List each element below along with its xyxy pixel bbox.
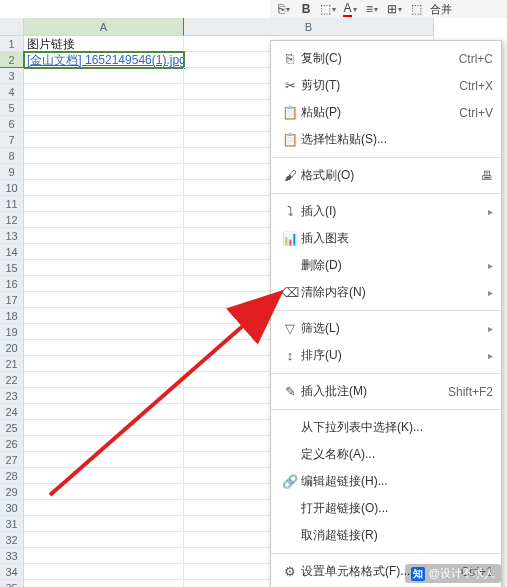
cell[interactable] xyxy=(24,244,184,260)
row-header[interactable]: 1 xyxy=(0,36,24,52)
cell[interactable] xyxy=(24,420,184,436)
menu-item[interactable]: 从下拉列表中选择(K)... xyxy=(271,414,501,441)
font-color-button[interactable]: A▾ xyxy=(340,1,360,17)
row-header[interactable]: 14 xyxy=(0,244,24,260)
row-header[interactable]: 7 xyxy=(0,132,24,148)
cell[interactable] xyxy=(24,196,184,212)
row-header[interactable]: 22 xyxy=(0,372,24,388)
fill-color-button[interactable]: ⬚▾ xyxy=(318,1,338,17)
border-button[interactable]: ⊞▾ xyxy=(384,1,404,17)
menu-separator xyxy=(271,373,501,374)
cell[interactable] xyxy=(24,84,184,100)
row-header[interactable]: 28 xyxy=(0,468,24,484)
select-all-corner[interactable] xyxy=(0,18,24,36)
cell[interactable] xyxy=(24,164,184,180)
menu-item[interactable]: 📋选择性粘贴(S)... xyxy=(271,126,501,153)
menu-item[interactable]: 删除(D)▸ xyxy=(271,252,501,279)
cell[interactable] xyxy=(24,324,184,340)
cell[interactable] xyxy=(24,292,184,308)
row-header[interactable]: 9 xyxy=(0,164,24,180)
row-header[interactable]: 2 xyxy=(0,52,24,68)
cell[interactable] xyxy=(24,340,184,356)
menu-item[interactable]: ⌫清除内容(N)▸ xyxy=(271,279,501,306)
menu-item[interactable]: 定义名称(A)... xyxy=(271,441,501,468)
row-header[interactable]: 19 xyxy=(0,324,24,340)
menu-item-label: 格式刷(O) xyxy=(301,167,481,184)
row-header[interactable]: 11 xyxy=(0,196,24,212)
row-header[interactable]: 31 xyxy=(0,516,24,532)
menu-item[interactable]: 📊插入图表 xyxy=(271,225,501,252)
menu-item[interactable]: ⎘复制(C)Ctrl+C xyxy=(271,45,501,72)
cell[interactable] xyxy=(24,132,184,148)
cell[interactable] xyxy=(24,260,184,276)
row-header[interactable]: 35 xyxy=(0,580,24,587)
row-header[interactable]: 30 xyxy=(0,500,24,516)
menu-item[interactable]: ↕排序(U)▸ xyxy=(271,342,501,369)
cell[interactable]: 图片链接 xyxy=(24,36,184,52)
cell[interactable] xyxy=(24,372,184,388)
column-header-B[interactable]: B xyxy=(184,18,434,36)
row-header[interactable]: 27 xyxy=(0,452,24,468)
menu-item[interactable]: 🖌格式刷(O)🖶 xyxy=(271,162,501,189)
row-header[interactable]: 13 xyxy=(0,228,24,244)
row-header[interactable]: 17 xyxy=(0,292,24,308)
cell[interactable] xyxy=(24,564,184,580)
merge-button[interactable]: ⬚ xyxy=(406,1,426,17)
menu-item[interactable]: 打开超链接(O)... xyxy=(271,495,501,522)
cell[interactable] xyxy=(24,180,184,196)
menu-item[interactable]: ✎插入批注(M)Shift+F2 xyxy=(271,378,501,405)
align-button[interactable]: ≡▾ xyxy=(362,1,382,17)
cell[interactable] xyxy=(24,500,184,516)
cell[interactable] xyxy=(24,532,184,548)
row-header[interactable]: 29 xyxy=(0,484,24,500)
cell[interactable] xyxy=(24,68,184,84)
cell[interactable] xyxy=(24,404,184,420)
cell[interactable] xyxy=(24,484,184,500)
cell[interactable]: [金山文档] 1652149546(1).jpg xyxy=(24,52,184,68)
cell[interactable] xyxy=(24,148,184,164)
wrap-text-button[interactable]: ⎘▾ xyxy=(274,1,294,17)
row-header[interactable]: 26 xyxy=(0,436,24,452)
cell[interactable] xyxy=(24,388,184,404)
row-header[interactable]: 21 xyxy=(0,356,24,372)
row-header[interactable]: 4 xyxy=(0,84,24,100)
cell[interactable] xyxy=(24,100,184,116)
cell[interactable] xyxy=(24,452,184,468)
row-header[interactable]: 34 xyxy=(0,564,24,580)
column-header-A[interactable]: A xyxy=(24,18,184,36)
row-header[interactable]: 23 xyxy=(0,388,24,404)
menu-item[interactable]: ⤵插入(I)▸ xyxy=(271,198,501,225)
cell[interactable] xyxy=(24,116,184,132)
row-header[interactable]: 18 xyxy=(0,308,24,324)
cell[interactable] xyxy=(24,228,184,244)
menu-item[interactable]: 取消超链接(R) xyxy=(271,522,501,549)
menu-item[interactable]: 📋粘贴(P)Ctrl+V xyxy=(271,99,501,126)
cell[interactable] xyxy=(24,276,184,292)
row-header[interactable]: 25 xyxy=(0,420,24,436)
row-header[interactable]: 24 xyxy=(0,404,24,420)
cell[interactable] xyxy=(24,356,184,372)
row-header[interactable]: 6 xyxy=(0,116,24,132)
row-header[interactable]: 33 xyxy=(0,548,24,564)
cell[interactable] xyxy=(24,548,184,564)
cell[interactable] xyxy=(24,212,184,228)
menu-item-label: 粘贴(P) xyxy=(301,104,459,121)
cell[interactable] xyxy=(24,436,184,452)
cell[interactable] xyxy=(24,308,184,324)
row-header[interactable]: 3 xyxy=(0,68,24,84)
menu-item[interactable]: ✂剪切(T)Ctrl+X xyxy=(271,72,501,99)
row-header[interactable]: 16 xyxy=(0,276,24,292)
row-header[interactable]: 12 xyxy=(0,212,24,228)
cell[interactable] xyxy=(24,468,184,484)
bold-button[interactable]: B xyxy=(296,1,316,17)
cell[interactable] xyxy=(24,516,184,532)
cell[interactable] xyxy=(24,580,184,587)
row-header[interactable]: 15 xyxy=(0,260,24,276)
menu-item[interactable]: ▽筛选(L)▸ xyxy=(271,315,501,342)
menu-item[interactable]: 🔗编辑超链接(H)... xyxy=(271,468,501,495)
row-header[interactable]: 32 xyxy=(0,532,24,548)
row-header[interactable]: 20 xyxy=(0,340,24,356)
row-header[interactable]: 10 xyxy=(0,180,24,196)
row-header[interactable]: 5 xyxy=(0,100,24,116)
row-header[interactable]: 8 xyxy=(0,148,24,164)
